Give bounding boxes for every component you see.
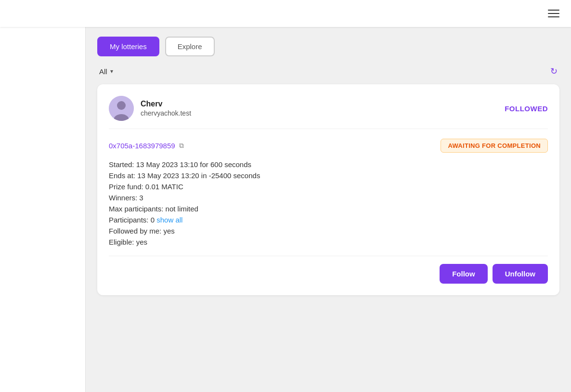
avatar <box>109 96 134 121</box>
refresh-icon[interactable]: ↻ <box>550 66 558 77</box>
followed-by-me-text: Followed by me: yes <box>109 227 548 235</box>
winners-text: Winners: 3 <box>109 194 548 202</box>
sidebar <box>0 27 86 392</box>
main-content: My lotteries Explore All ▾ ↻ <box>86 27 571 305</box>
show-all-link[interactable]: show all <box>156 216 182 224</box>
filter-select[interactable]: All ▾ <box>99 67 113 76</box>
card-user-header: Cherv chervyachok.test FOLLOWED <box>109 96 548 129</box>
participants-text: Participants: 0 <box>109 216 156 224</box>
hamburger-menu[interactable] <box>548 10 559 17</box>
user-text: Cherv chervyachok.test <box>141 100 191 117</box>
svg-point-1 <box>117 101 126 110</box>
eligible-text: Eligible: yes <box>109 238 548 246</box>
unfollow-button[interactable]: Unfollow <box>493 264 548 284</box>
user-handle: chervyachok.test <box>141 109 191 117</box>
tabs-container: My lotteries Explore <box>97 37 559 56</box>
lottery-details: Started: 13 May 2023 13:10 for 600 secon… <box>109 160 548 246</box>
max-participants-text: Max participants: not limited <box>109 205 548 213</box>
tab-my-lotteries[interactable]: My lotteries <box>97 37 159 56</box>
filter-row: All ▾ ↻ <box>97 66 559 77</box>
tab-explore[interactable]: Explore <box>165 37 215 56</box>
chevron-down-icon: ▾ <box>110 68 113 75</box>
filter-label: All <box>99 67 107 76</box>
followed-badge: FOLLOWED <box>505 105 548 113</box>
prize-fund-text: Prize fund: 0.01 MATIC <box>109 183 548 191</box>
ends-at-text: Ends at: 13 May 2023 13:20 in -25400 sec… <box>109 171 548 180</box>
user-info: Cherv chervyachok.test <box>109 96 191 121</box>
status-badge: AWAITING FOR COMPLETION <box>441 139 548 153</box>
lottery-id-row: 0x705a-1683979859 ⧉ AWAITING FOR COMPLET… <box>109 139 548 153</box>
participants-row: Participants: 0 show all <box>109 216 548 224</box>
top-nav <box>0 0 571 27</box>
follow-button[interactable]: Follow <box>440 264 488 284</box>
copy-icon[interactable]: ⧉ <box>179 142 184 150</box>
card-actions: Follow Unfollow <box>109 256 548 284</box>
user-name: Cherv <box>141 100 191 108</box>
lottery-id: 0x705a-1683979859 ⧉ <box>109 142 184 150</box>
lottery-card: Cherv chervyachok.test FOLLOWED 0x705a-1… <box>97 84 559 295</box>
started-text: Started: 13 May 2023 13:10 for 600 secon… <box>109 160 548 169</box>
